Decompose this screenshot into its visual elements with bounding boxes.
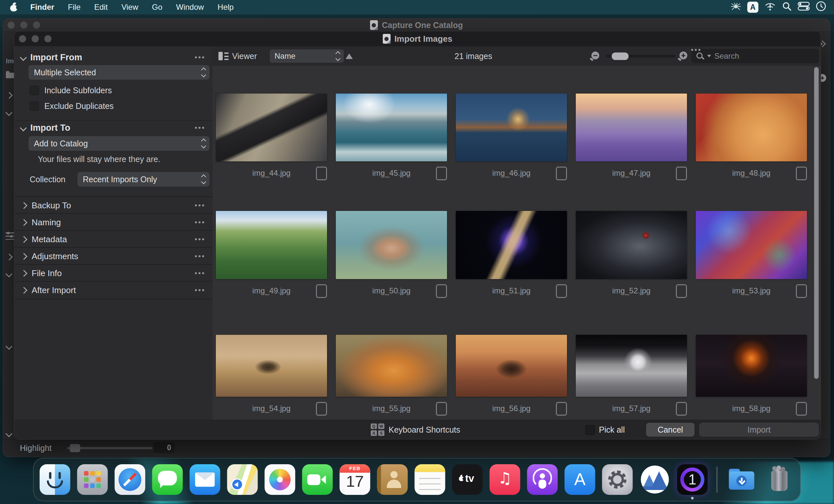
- more-options-icon[interactable]: [195, 289, 205, 291]
- dock-launchpad-icon[interactable]: [77, 464, 108, 495]
- zoom-in-icon[interactable]: [678, 51, 688, 62]
- section-import-from[interactable]: Import From: [14, 51, 213, 64]
- pick-checkbox[interactable]: [556, 402, 567, 416]
- panel-chevron-down-icon[interactable]: [6, 431, 12, 436]
- search-scope-caret-icon[interactable]: [707, 55, 711, 58]
- more-options-icon[interactable]: [195, 57, 205, 58]
- pick-checkbox[interactable]: [316, 167, 327, 180]
- pick-checkbox[interactable]: [316, 402, 327, 416]
- grid-item[interactable]: img_45.jpg: [336, 93, 447, 181]
- dock-contacts-icon[interactable]: [377, 464, 408, 495]
- folder-icon[interactable]: [6, 73, 14, 78]
- dock-app-store-icon[interactable]: [565, 464, 595, 495]
- menu-help[interactable]: Help: [211, 0, 240, 14]
- close-button[interactable]: [7, 22, 15, 29]
- zoom-out-icon[interactable]: [590, 51, 600, 62]
- grid-item[interactable]: img_44.jpg: [216, 93, 327, 181]
- thumbnail-image[interactable]: [336, 93, 447, 161]
- section-backup-to[interactable]: Backup To: [14, 196, 213, 214]
- panel-chevron-right-icon[interactable]: [7, 255, 12, 260]
- section-after-import[interactable]: After Import: [14, 281, 213, 299]
- close-button[interactable]: [19, 35, 26, 42]
- keyboard-shortcuts-icon[interactable]: Q W A S: [371, 423, 385, 436]
- menu-edit[interactable]: Edit: [87, 0, 114, 14]
- apple-menu-icon[interactable]: [10, 2, 18, 12]
- include-subfolders-checkbox[interactable]: [30, 86, 39, 95]
- menu-go[interactable]: Go: [145, 0, 169, 14]
- dock-downloads-folder-icon[interactable]: [726, 464, 757, 495]
- menu-window[interactable]: Window: [169, 0, 211, 14]
- minimize-button[interactable]: [20, 22, 27, 29]
- panel-chevron-right-icon[interactable]: [7, 93, 12, 98]
- more-options-icon[interactable]: [195, 272, 205, 274]
- dock-system-settings-icon[interactable]: [602, 464, 633, 495]
- cancel-button[interactable]: Cancel: [646, 423, 695, 437]
- include-subfolders-row[interactable]: Include Subfolders: [30, 85, 112, 96]
- grid-item[interactable]: img_54.jpg: [216, 335, 327, 416]
- pick-checkbox[interactable]: [676, 402, 687, 416]
- wifi-alert-icon[interactable]: [764, 1, 776, 13]
- dock-finder-icon[interactable]: [40, 464, 70, 495]
- grid-item[interactable]: img_50.jpg: [336, 211, 447, 299]
- dock-photos-icon[interactable]: [265, 464, 295, 495]
- clock-icon[interactable]: [816, 1, 826, 13]
- dock-capture-one-icon[interactable]: [677, 464, 708, 495]
- minimize-button[interactable]: [31, 35, 39, 42]
- grid-scrollbar-thumb[interactable]: [814, 67, 819, 379]
- section-adjustments[interactable]: Adjustments: [14, 247, 213, 265]
- thumbnail-image[interactable]: [696, 335, 807, 397]
- more-options-icon[interactable]: [195, 255, 205, 257]
- dock-trash-icon[interactable]: [764, 464, 794, 495]
- pick-all-checkbox[interactable]: [585, 425, 595, 435]
- keyboard-shortcuts-label[interactable]: Keyboard Shortcuts: [389, 420, 460, 439]
- antivirus-spider-icon[interactable]: [730, 1, 741, 13]
- pick-checkbox[interactable]: [316, 284, 327, 298]
- grid-item[interactable]: img_55.jpg: [336, 335, 447, 416]
- menu-app-name[interactable]: Finder: [23, 0, 61, 14]
- import-source-dropdown[interactable]: Multiple Selected: [29, 65, 209, 80]
- dock-apple-tv-icon[interactable]: tv: [452, 464, 483, 495]
- highlight-value-field[interactable]: 0: [154, 442, 174, 453]
- grid-item[interactable]: img_49.jpg: [216, 211, 327, 299]
- input-source-icon[interactable]: A: [747, 2, 759, 13]
- dock-music-icon[interactable]: [490, 464, 520, 495]
- grid-item[interactable]: img_58.jpg: [696, 335, 807, 416]
- main-window-titlebar[interactable]: Capture One Catalog: [3, 19, 830, 32]
- section-import-to[interactable]: Import To: [14, 120, 213, 135]
- thumbnail-zoom-thumb[interactable]: [612, 52, 629, 60]
- grid-item[interactable]: img_47.jpg: [576, 93, 687, 181]
- thumbnail-image[interactable]: [456, 93, 567, 161]
- panel-chevron-down-icon[interactable]: [6, 271, 12, 277]
- dock-messages-icon[interactable]: [152, 464, 183, 495]
- pick-checkbox[interactable]: [796, 284, 807, 298]
- thumbnail-image[interactable]: [216, 335, 327, 397]
- viewer-layout-icon[interactable]: [218, 51, 229, 61]
- sort-ascending-icon[interactable]: [346, 53, 353, 59]
- pick-checkbox[interactable]: [556, 284, 567, 298]
- menu-view[interactable]: View: [114, 0, 145, 14]
- pick-checkbox[interactable]: [796, 167, 807, 180]
- more-options-icon[interactable]: [195, 238, 205, 240]
- grid-item[interactable]: img_53.jpg: [696, 211, 807, 299]
- adjustments-sliders-icon[interactable]: [5, 233, 14, 240]
- th umbnail-image[interactable]: [576, 335, 687, 397]
- pick-checkbox[interactable]: [796, 402, 807, 416]
- dock-notes-icon[interactable]: [415, 464, 445, 495]
- pick-checkbox[interactable]: [436, 167, 447, 180]
- grid-item[interactable]: img_56.jpg: [456, 335, 567, 416]
- thumbnail-image[interactable]: [576, 93, 687, 161]
- grid-item[interactable]: img_57.jpg: [576, 335, 687, 416]
- thumbnail-image[interactable]: [576, 211, 687, 279]
- spotlight-search-icon[interactable]: [782, 1, 792, 13]
- dock-podcasts-icon[interactable]: [527, 464, 558, 495]
- more-options-icon[interactable]: [195, 221, 205, 223]
- control-center-icon[interactable]: [797, 2, 810, 13]
- pick-checkbox[interactable]: [556, 167, 567, 180]
- collection-dropdown[interactable]: Recent Imports Only: [78, 172, 209, 187]
- thumbnail-image[interactable]: [456, 211, 567, 279]
- thumbnail-image[interactable]: [696, 93, 807, 161]
- section-file-info[interactable]: File Info: [14, 264, 213, 282]
- more-options-icon[interactable]: [195, 204, 205, 206]
- zoom-button[interactable]: [44, 35, 51, 42]
- grid-item[interactable]: img_46.jpg: [456, 93, 567, 181]
